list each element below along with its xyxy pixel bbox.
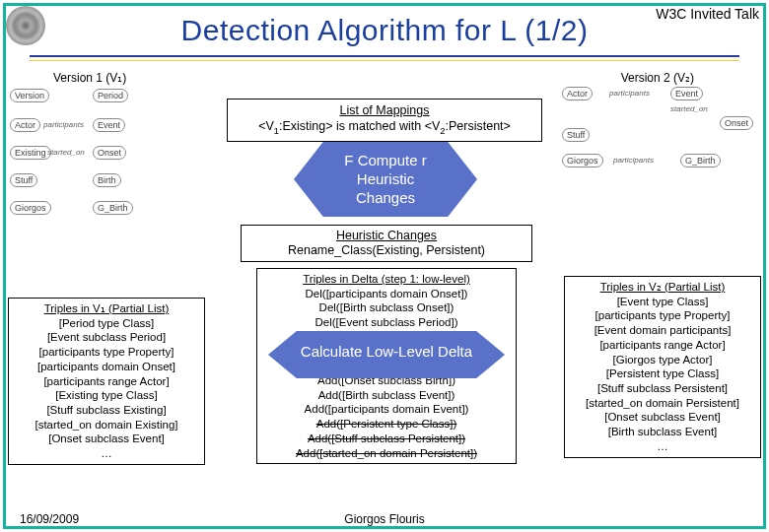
list-item: [participants domain Onset] <box>15 360 198 374</box>
mapping-box: List of Mappings <V1:Existing> is matche… <box>227 99 542 142</box>
triples-v2-title: Triples in V₂ (Partial List) <box>571 280 754 295</box>
node: Actor <box>562 87 593 100</box>
triples-v1-title: Triples in V₁ (Partial List) <box>15 301 198 316</box>
node: Onset <box>720 116 753 130</box>
node: Event <box>93 118 125 132</box>
triples-delta-title: Triples in Delta (step 1: low-level) <box>263 272 510 287</box>
list-item: Add([participants domain Event]) <box>263 402 510 417</box>
title-rule <box>30 55 739 61</box>
list-item: Del([Event subclass Period]) <box>263 315 510 330</box>
list-item: [Onset subclass Event] <box>15 432 198 446</box>
edge-label: started_on <box>670 104 708 113</box>
mapping-title: List of Mappings <box>232 103 537 119</box>
edge-label: participants <box>43 120 84 129</box>
list-item: [Birth subclass Event] <box>571 425 754 439</box>
list-item: Del([participants domain Onset]) <box>263 287 510 301</box>
list-item: [Event domain participants] <box>571 323 754 338</box>
list-item: [Existing type Class] <box>15 388 198 403</box>
node: Birth <box>93 173 121 187</box>
list-item: Del([Birth subclass Onset]) <box>263 300 510 315</box>
list-item: [participants range Actor] <box>15 374 198 389</box>
node: Stuff <box>562 128 590 142</box>
edge-label: started_on <box>47 148 85 157</box>
list-item: [participants type Property] <box>15 345 198 360</box>
heuristic-title: Heuristic Changes <box>245 229 528 243</box>
list-item: [started_on domain Existing] <box>15 418 198 432</box>
node: Event <box>670 87 703 100</box>
node: G_Birth <box>93 201 133 215</box>
heuristic-change: Rename_Class(Existing, Persistent) <box>245 243 528 258</box>
node: Existing <box>10 146 51 160</box>
list-item: [started_on domain Persistent] <box>571 396 754 411</box>
graph-v2: Actor Event participants started_on Onse… <box>562 87 759 175</box>
list-item: [participants type Property] <box>571 308 754 323</box>
list-item: Add([Stuff subclass Persistent]) <box>263 432 510 446</box>
triples-v2-box: Triples in V₂ (Partial List) [Event type… <box>564 276 761 458</box>
list-item: … <box>571 439 754 454</box>
list-item: [Event subclass Period] <box>15 330 198 345</box>
list-item: … <box>15 446 198 461</box>
node: Version <box>10 89 49 102</box>
node: Stuff <box>10 173 37 187</box>
node: G_Birth <box>680 154 721 167</box>
list-item: [participants range Actor] <box>571 338 754 353</box>
delta-hexagon: Calculate Low-Level Delta <box>268 331 505 378</box>
list-item: Add([started_on domain Persistent]) <box>263 446 510 461</box>
graph-v1: Version Period Actor Event participants … <box>10 89 207 236</box>
list-item: [Period type Class] <box>15 316 198 331</box>
edge-label: participants <box>613 156 654 165</box>
node: Giorgos <box>562 154 603 167</box>
list-item: [Event type Class] <box>571 295 754 309</box>
list-item: [Onset subclass Event] <box>571 410 754 425</box>
heuristic-box: Heuristic Changes Rename_Class(Existing,… <box>241 225 532 262</box>
list-item: Add([Persistent type Class]) <box>263 417 510 432</box>
node: Actor <box>10 118 40 132</box>
list-item: [Stuff subclass Existing] <box>15 403 198 418</box>
mapping-line: <V1:Existing> is matched with <V2:Persis… <box>232 119 537 137</box>
slide-title: Detection Algorithm for L (1/2) <box>0 14 769 47</box>
compute-hexagon: F Compute r Heuristic Changes <box>294 142 477 217</box>
footer-author: Giorgos Flouris <box>0 512 769 526</box>
list-item: Add([Birth subclass Event]) <box>263 388 510 403</box>
node: Onset <box>93 146 126 160</box>
version-1-label: Version 1 (V₁) <box>53 71 126 85</box>
triples-v1-box: Triples in V₁ (Partial List) [Period typ… <box>8 298 205 465</box>
node: Giorgos <box>10 201 51 215</box>
edge-label: participants <box>609 89 650 98</box>
node: Period <box>93 89 128 102</box>
list-item: [Stuff subclass Persistent] <box>571 381 754 396</box>
list-item: [Persistent type Class] <box>571 366 754 381</box>
list-item: [Giorgos type Actor] <box>571 353 754 367</box>
version-2-label: Version 2 (V₂) <box>621 71 694 85</box>
